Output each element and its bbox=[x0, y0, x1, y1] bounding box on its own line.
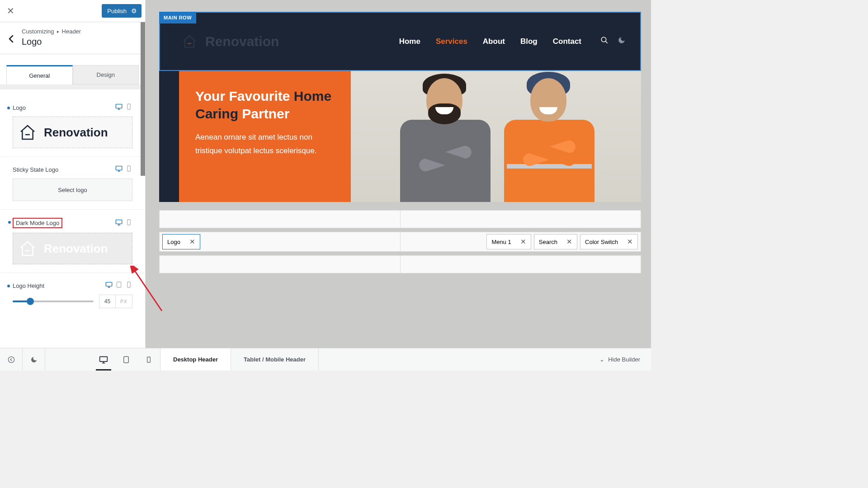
breadcrumb-root: Customizing bbox=[22, 28, 54, 35]
logo-height-slider[interactable] bbox=[13, 300, 94, 302]
height-unit: PX bbox=[116, 299, 132, 304]
desktop-icon[interactable] bbox=[105, 281, 113, 290]
svg-rect-2 bbox=[116, 166, 122, 170]
desktop-icon[interactable] bbox=[115, 219, 123, 228]
hero-image bbox=[351, 71, 641, 202]
logo-height-input[interactable]: 45 PX bbox=[99, 295, 132, 308]
logo-image-picker[interactable]: Renovation bbox=[13, 117, 132, 148]
hero-title: Your Favourite Home Caring Partner bbox=[195, 87, 337, 122]
remove-icon[interactable]: ✕ bbox=[566, 238, 572, 246]
dark-preview-button[interactable] bbox=[23, 348, 45, 371]
sticky-logo-label: Sticky State Logo bbox=[13, 166, 58, 173]
select-sticky-logo-button[interactable]: Select logo bbox=[13, 178, 132, 201]
svg-rect-12 bbox=[124, 357, 129, 363]
svg-rect-13 bbox=[147, 357, 151, 362]
hero-section: Your Favourite Home Caring Partner Aenea… bbox=[159, 71, 641, 202]
house-icon bbox=[19, 123, 37, 141]
nav-services[interactable]: Services bbox=[436, 37, 467, 46]
builder-main-row[interactable]: Logo ✕ Menu 1✕ Search✕ Color Switch✕ bbox=[159, 232, 641, 252]
panel-title: Logo bbox=[22, 37, 81, 47]
tablet-icon[interactable] bbox=[115, 281, 123, 290]
gear-icon: ⚙ bbox=[131, 7, 137, 14]
builder-chip-menu[interactable]: Menu 1✕ bbox=[486, 234, 531, 249]
nav-about[interactable]: About bbox=[483, 37, 505, 46]
back-button[interactable] bbox=[0, 28, 22, 43]
footer-desktop-icon[interactable] bbox=[92, 348, 115, 371]
tab-design[interactable]: Design bbox=[73, 65, 139, 84]
house-icon bbox=[19, 239, 37, 258]
dark-mode-toggle-icon[interactable] bbox=[618, 36, 626, 47]
svg-rect-5 bbox=[127, 220, 131, 225]
person-illustration bbox=[496, 71, 600, 202]
desktop-icon[interactable] bbox=[115, 103, 123, 112]
svg-rect-7 bbox=[117, 282, 121, 287]
nav-contact[interactable]: Contact bbox=[553, 37, 581, 46]
mobile-icon[interactable] bbox=[125, 219, 132, 228]
remove-icon[interactable]: ✕ bbox=[520, 238, 526, 246]
slider-thumb[interactable] bbox=[27, 298, 34, 305]
chevron-left-icon bbox=[9, 35, 14, 43]
site-brand: Renovation bbox=[205, 34, 279, 49]
publish-label: Publish bbox=[107, 8, 127, 14]
chevron-down-icon: ⌄ bbox=[599, 356, 604, 363]
close-customizer-button[interactable]: ✕ bbox=[4, 4, 17, 18]
footer-mobile-icon[interactable] bbox=[137, 348, 160, 371]
house-icon bbox=[182, 34, 197, 49]
svg-rect-1 bbox=[127, 104, 131, 109]
builder-top-row[interactable] bbox=[159, 210, 641, 228]
chevron-right-icon: ▸ bbox=[57, 29, 59, 34]
publish-button[interactable]: Publish ⚙ bbox=[102, 4, 142, 18]
builder-chip-search[interactable]: Search✕ bbox=[534, 234, 577, 249]
svg-rect-3 bbox=[127, 166, 131, 171]
svg-point-10 bbox=[8, 357, 14, 362]
panel-content[interactable]: Logo Renovation Sticky State Logo bbox=[0, 89, 145, 348]
svg-rect-0 bbox=[116, 104, 122, 108]
panel-tabs: General Design bbox=[0, 54, 145, 84]
builder-bottom-row[interactable] bbox=[159, 255, 641, 273]
mobile-icon[interactable] bbox=[125, 281, 132, 290]
tab-mobile-header[interactable]: Tablet / Mobile Header bbox=[231, 348, 319, 371]
footer-tablet-icon[interactable] bbox=[115, 348, 137, 371]
builder-chip-logo[interactable]: Logo ✕ bbox=[162, 234, 200, 249]
dark-logo-image-picker[interactable]: Renovation bbox=[13, 233, 132, 264]
remove-icon[interactable]: ✕ bbox=[627, 238, 633, 246]
search-icon[interactable] bbox=[600, 36, 609, 47]
hide-builder-button[interactable]: ⌄ Hide Builder bbox=[589, 356, 651, 363]
person-illustration bbox=[392, 71, 496, 202]
svg-rect-6 bbox=[106, 282, 112, 286]
header-builder: Logo ✕ Menu 1✕ Search✕ Color Switch✕ bbox=[159, 210, 641, 273]
svg-point-9 bbox=[601, 37, 606, 42]
nav-blog[interactable]: Blog bbox=[520, 37, 538, 46]
dark-logo-brand-text: Renovation bbox=[44, 242, 108, 256]
svg-rect-11 bbox=[100, 357, 108, 361]
nav-home[interactable]: Home bbox=[399, 37, 420, 46]
logo-field-label: Logo bbox=[13, 104, 26, 111]
sidebar-scrollbar[interactable] bbox=[141, 22, 145, 176]
tab-desktop-header[interactable]: Desktop Header bbox=[160, 348, 231, 371]
logo-height-label: Logo Height bbox=[13, 282, 44, 289]
remove-icon[interactable]: ✕ bbox=[189, 238, 195, 246]
customizer-footer: Desktop Header Tablet / Mobile Header ⌄ … bbox=[0, 348, 651, 371]
primary-nav: Home Services About Blog Contact bbox=[399, 36, 626, 47]
breadcrumb-parent: Header bbox=[62, 28, 81, 35]
desktop-icon[interactable] bbox=[115, 165, 123, 174]
mobile-icon[interactable] bbox=[125, 103, 132, 112]
preview-scroll[interactable]: MAIN ROW Renovation Home Services About … bbox=[146, 0, 651, 348]
collapse-button[interactable] bbox=[0, 348, 23, 371]
main-row-badge: MAIN ROW bbox=[159, 12, 196, 23]
customizer-sidebar: ✕ Publish ⚙ Customizing ▸ Header Logo Ge… bbox=[0, 0, 146, 348]
svg-rect-8 bbox=[127, 282, 131, 287]
site-logo[interactable]: Renovation bbox=[182, 34, 279, 49]
svg-rect-4 bbox=[116, 220, 122, 224]
mobile-icon[interactable] bbox=[125, 165, 132, 174]
site-header-main-row[interactable]: MAIN ROW Renovation Home Services About … bbox=[159, 12, 641, 71]
logo-brand-text: Renovation bbox=[44, 126, 108, 140]
breadcrumb-row: Customizing ▸ Header Logo bbox=[0, 22, 145, 54]
height-value: 45 bbox=[99, 295, 116, 308]
builder-chip-color-switch[interactable]: Color Switch✕ bbox=[580, 234, 638, 249]
tab-general[interactable]: General bbox=[6, 65, 73, 84]
device-toggle bbox=[115, 103, 132, 112]
dark-mode-logo-label: Dark Mode Logo bbox=[13, 218, 62, 228]
hero-body: Aenean ornare sit amet lectus non tristi… bbox=[195, 131, 337, 158]
preview-pane: MAIN ROW Renovation Home Services About … bbox=[146, 0, 651, 348]
